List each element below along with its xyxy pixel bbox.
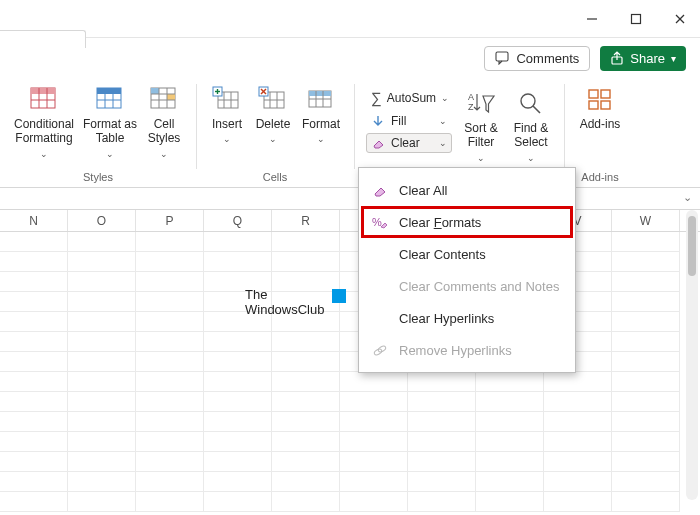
watermark: The WindowsClub [245,288,346,318]
addins-icon [585,84,615,114]
col-header[interactable]: W [612,210,680,231]
find-select-button[interactable]: Find & Select ⌄ [506,86,556,165]
clear-all-item[interactable]: Clear All [361,174,573,206]
chevron-down-icon: ⌄ [160,149,168,159]
clear-formats-item[interactable]: % Clear Formats [361,206,573,238]
remove-hyperlinks-item: Remove Hyperlinks [361,334,573,366]
ribbon: Conditional Formatting ⌄ Format as Table… [0,78,700,188]
share-button[interactable]: Share ▾ [600,46,686,71]
maximize-button[interactable] [628,11,644,27]
fill-icon [371,114,386,128]
svg-text:Z: Z [468,102,474,112]
svg-text:A: A [468,92,474,102]
clear-button[interactable]: Clear ⌄ [366,133,452,153]
close-button[interactable] [672,11,688,27]
ribbon-tab-stub[interactable] [0,30,86,48]
clear-contents-item[interactable]: Clear Contents [361,238,573,270]
chevron-down-icon: ⌄ [527,153,535,163]
chevron-down-icon: ⌄ [439,138,447,148]
find-select-label: Find & Select [508,121,554,150]
format-as-table-icon [95,84,125,114]
sigma-icon: ∑ [371,89,382,106]
insert-label: Insert [212,117,242,131]
format-button[interactable]: Format ⌄ [296,82,346,146]
expand-formula-icon[interactable]: ⌄ [683,191,692,204]
comment-icon [495,51,510,65]
clear-all-label: Clear All [399,183,447,198]
autosum-button[interactable]: ∑ AutoSum ⌄ [366,86,452,109]
autosum-label: AutoSum [387,91,436,105]
format-as-table-label: Format as Table [82,117,138,146]
col-header[interactable]: N [0,210,68,231]
chevron-down-icon: ⌄ [223,134,231,144]
comments-label: Comments [516,51,579,66]
conditional-formatting-icon [29,84,59,114]
sort-filter-label: Sort & Filter [458,121,504,150]
svg-rect-48 [589,101,598,109]
fill-button[interactable]: Fill ⌄ [366,111,452,131]
clear-label: Clear [391,136,420,150]
svg-rect-17 [151,88,159,94]
addins-button[interactable]: Add-ins [572,82,628,133]
cell-styles-label: Cell Styles [142,117,186,146]
find-select-icon [516,88,546,118]
group-cells: Insert ⌄ Delete ⌄ Format ⌄ Cells [196,78,354,187]
insert-button[interactable]: Insert ⌄ [204,82,250,146]
col-header[interactable]: Q [204,210,272,231]
clear-comments-label: Clear Comments and Notes [399,279,559,294]
sort-filter-button[interactable]: AZ Sort & Filter ⌄ [456,86,506,165]
svg-rect-47 [601,90,610,98]
col-header[interactable]: P [136,210,204,231]
clear-hyperlinks-item[interactable]: Clear Hyperlinks [361,302,573,334]
eraser-icon [371,136,386,150]
share-label: Share [630,51,665,66]
format-cells-icon [306,84,336,114]
minimize-button[interactable] [584,11,600,27]
col-header[interactable]: R [272,210,340,231]
chevron-down-icon: ⌄ [269,134,277,144]
svg-point-52 [377,345,386,353]
blank-icon [371,309,389,327]
svg-rect-49 [601,101,610,109]
insert-cells-icon [212,84,242,114]
fill-label: Fill [391,114,406,128]
group-styles: Conditional Formatting ⌄ Format as Table… [0,78,196,187]
svg-rect-38 [309,91,331,96]
chevron-down-icon: ⌄ [441,93,449,103]
group-label-addins: Add-ins [581,169,618,185]
format-as-table-button[interactable]: Format as Table ⌄ [80,82,140,161]
header-actions: Comments Share ▾ [0,38,700,78]
blank-icon [371,245,389,263]
conditional-formatting-button[interactable]: Conditional Formatting ⌄ [8,82,80,161]
clear-formats-icon: % [371,213,389,231]
spreadsheet-grid[interactable]: The WindowsClub [0,232,700,515]
addins-label: Add-ins [580,117,621,131]
conditional-formatting-label: Conditional Formatting [10,117,78,146]
group-label-cells: Cells [263,169,287,185]
column-headers: N O P Q R S T U V W [0,210,700,232]
watermark-line2: WindowsClub [245,303,324,318]
clear-formats-label: Clear Formats [399,215,481,230]
col-header[interactable]: O [68,210,136,231]
scroll-thumb[interactable] [688,216,696,276]
delete-button[interactable]: Delete ⌄ [250,82,296,146]
cell-styles-button[interactable]: Cell Styles ⌄ [140,82,188,161]
formula-bar[interactable]: ⌄ [0,188,700,210]
delete-cells-icon [258,84,288,114]
chevron-down-icon: ⌄ [106,149,114,159]
svg-rect-18 [167,94,175,100]
blank-icon [371,277,389,295]
clear-hyperlinks-label: Clear Hyperlinks [399,311,494,326]
svg-point-44 [521,94,535,108]
chevron-down-icon: ▾ [671,53,676,64]
group-label-styles: Styles [83,169,113,185]
chevron-down-icon: ⌄ [439,116,447,126]
window-titlebar [0,0,700,38]
comments-button[interactable]: Comments [484,46,590,71]
vertical-scrollbar[interactable] [686,210,698,500]
sort-filter-icon: AZ [466,88,496,118]
remove-hyperlinks-label: Remove Hyperlinks [399,343,512,358]
svg-rect-7 [31,88,55,94]
clear-dropdown-menu: Clear All % Clear Formats Clear Contents… [358,167,576,373]
chevron-down-icon: ⌄ [317,134,325,144]
